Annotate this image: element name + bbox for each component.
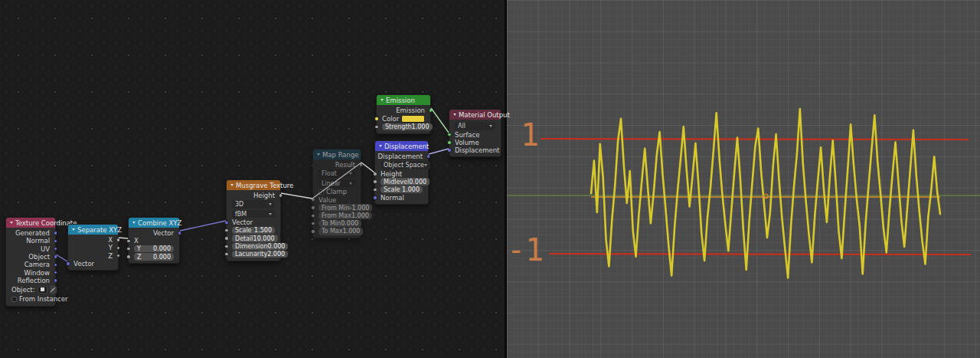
from-instancer-checkbox[interactable] xyxy=(11,297,17,302)
socket-normal-in[interactable] xyxy=(373,195,377,200)
socket-lacunarity-in[interactable] xyxy=(224,252,229,257)
socket-x-out[interactable] xyxy=(116,238,121,242)
strength-field[interactable]: Strength1.000 xyxy=(382,123,433,131)
socket-z-in[interactable] xyxy=(126,255,131,259)
socket-camera[interactable] xyxy=(54,263,58,268)
link-object-to-vector[interactable] xyxy=(56,255,67,261)
link-emission-to-surface[interactable] xyxy=(431,108,449,133)
socket-result-out[interactable] xyxy=(359,163,364,167)
socket-object[interactable] xyxy=(54,255,58,259)
collapse-icon[interactable] xyxy=(132,222,136,224)
socket-height-in[interactable] xyxy=(373,172,377,176)
socket-displacement-in[interactable] xyxy=(447,148,452,153)
socket-volume-in[interactable] xyxy=(447,140,452,145)
collapse-icon[interactable] xyxy=(230,184,234,186)
link-result-to-height[interactable] xyxy=(361,163,374,172)
color-swatch[interactable] xyxy=(401,115,425,123)
node-musgrave-texture[interactable]: Musgrave Texture Height 3D fBM Vector Sc… xyxy=(226,179,281,261)
socket-vector-out[interactable] xyxy=(178,231,182,235)
collapse-icon[interactable] xyxy=(317,153,320,156)
socket-vector-in[interactable] xyxy=(224,221,229,225)
lacunarity-field[interactable]: Lacunarity2.000 xyxy=(232,251,288,258)
node-texture-coordinate[interactable]: Texture Coordinate Generated Normal UV O… xyxy=(5,217,56,307)
plot-panel[interactable]: 1 -1 xyxy=(507,0,980,358)
shader-editor-canvas[interactable]: Texture Coordinate Generated Normal UV O… xyxy=(0,0,505,358)
y-tick-label-minus-one: -1 xyxy=(507,235,540,265)
y-value-field[interactable]: Y0.000 xyxy=(134,245,174,253)
node-header-musgrave[interactable]: Musgrave Texture xyxy=(227,180,280,190)
collapse-icon[interactable] xyxy=(10,222,13,224)
eyedropper-button[interactable] xyxy=(50,286,57,294)
socket-strength-in[interactable] xyxy=(374,125,379,130)
socket-vector-in[interactable] xyxy=(66,261,70,266)
scale-field[interactable]: Scale1.000 xyxy=(381,186,423,194)
socket-from-min-in[interactable] xyxy=(311,205,315,210)
socket-generated[interactable] xyxy=(54,231,58,235)
dimensions-dropdown[interactable]: 3D xyxy=(232,200,275,209)
socket-uv[interactable] xyxy=(54,247,58,251)
node-header-combine-xyz[interactable]: Combine XYZ xyxy=(129,218,179,228)
socket-surface-in[interactable] xyxy=(447,133,452,137)
node-title: Combine XYZ xyxy=(138,219,181,227)
node-emission[interactable]: Emission Emission Color Strength1.000 xyxy=(376,94,431,134)
collapse-icon[interactable] xyxy=(453,113,456,116)
socket-x-in[interactable] xyxy=(126,239,131,244)
node-header-emission[interactable]: Emission xyxy=(377,95,430,105)
socket-midlevel-in[interactable] xyxy=(373,179,377,184)
musgrave-type-dropdown[interactable]: fBM xyxy=(232,210,275,218)
space-dropdown[interactable]: Object Space xyxy=(381,161,430,169)
node-header-separate-xyz[interactable]: Separate XYZ xyxy=(68,225,118,235)
node-material-output[interactable]: Material Output All Surface Volume Displ… xyxy=(449,109,501,157)
clamp-checkbox[interactable] xyxy=(318,189,324,195)
input-label-displacement: Displacement xyxy=(455,146,499,154)
z-value-field[interactable]: Z0.000 xyxy=(134,253,174,261)
node-combine-xyz[interactable]: Combine XYZ Vector X Y0.000 Z0.000 xyxy=(128,217,180,264)
socket-from-max-in[interactable] xyxy=(311,214,315,218)
to-max-field[interactable]: To Max1.000 xyxy=(318,228,363,235)
input-label-vector: Vector xyxy=(74,260,94,268)
from-min-field[interactable]: From Min-1.000 xyxy=(318,204,372,212)
node-header-texture-coordinate[interactable]: Texture Coordinate xyxy=(6,218,55,228)
output-label-object: Object xyxy=(28,253,50,261)
socket-emission-out[interactable] xyxy=(429,108,433,113)
socket-y-in[interactable] xyxy=(126,247,131,251)
target-dropdown[interactable]: All xyxy=(455,122,495,130)
socket-color-in[interactable] xyxy=(374,117,379,121)
node-header-map-range[interactable]: Map Range xyxy=(313,149,361,159)
to-min-field[interactable]: To Min0.000 xyxy=(318,220,361,228)
scale-field[interactable]: Scale1.500 xyxy=(232,227,275,235)
detail-field[interactable]: Detail10.000 xyxy=(232,235,278,242)
input-label-volume: Volume xyxy=(455,139,479,146)
socket-dimension-in[interactable] xyxy=(224,245,229,249)
midlevel-field[interactable]: Midlevel0.000 xyxy=(381,178,430,186)
socket-detail-in[interactable] xyxy=(224,236,229,241)
collapse-icon[interactable] xyxy=(379,145,382,147)
node-header-material-output[interactable]: Material Output xyxy=(449,110,501,120)
node-map-range[interactable]: Map Range Result Float Linear Clamp Valu… xyxy=(312,149,361,238)
socket-height-out[interactable] xyxy=(279,193,283,198)
socket-displacement-out[interactable] xyxy=(426,154,431,159)
interpolation-dropdown[interactable]: Linear xyxy=(318,179,355,188)
collapse-icon[interactable] xyxy=(381,99,384,101)
socket-to-max-in[interactable] xyxy=(311,229,315,234)
socket-window[interactable] xyxy=(54,271,58,275)
collapse-icon[interactable] xyxy=(72,228,75,231)
socket-normal[interactable] xyxy=(54,239,58,244)
socket-y-out[interactable] xyxy=(116,246,121,251)
node-displacement[interactable]: Displacement Displacement Object Space H… xyxy=(374,140,429,205)
data-type-dropdown[interactable]: Float xyxy=(318,169,355,178)
socket-z-out[interactable] xyxy=(116,254,121,258)
link-displacement-to-output[interactable] xyxy=(429,149,449,154)
socket-reflection[interactable] xyxy=(54,278,58,283)
node-header-displacement[interactable]: Displacement xyxy=(375,141,428,151)
from-max-field[interactable]: From Max1.000 xyxy=(318,212,372,220)
object-field[interactable] xyxy=(38,286,47,294)
socket-to-min-in[interactable] xyxy=(311,222,315,226)
link-vector-to-vector[interactable] xyxy=(180,221,226,231)
socket-scale-in[interactable] xyxy=(373,188,377,192)
dimension-field[interactable]: Dimension0.000 xyxy=(232,243,288,251)
link-height-to-value[interactable] xyxy=(281,193,312,199)
node-separate-xyz[interactable]: Separate XYZ X Y Z Vector xyxy=(67,224,119,271)
socket-value-in[interactable] xyxy=(311,198,315,202)
socket-scale-in[interactable] xyxy=(224,228,229,233)
